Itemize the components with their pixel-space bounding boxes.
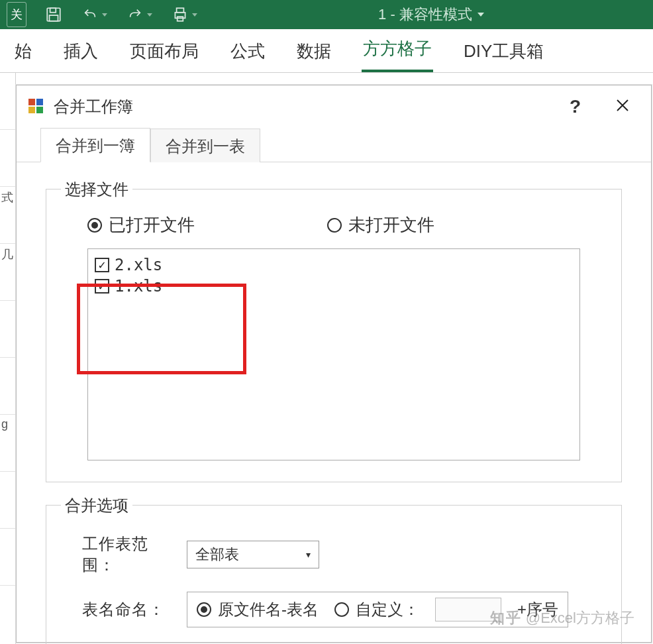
ribbon-tabs: 始 插入 页面布局 公式 数据 方方格子 DIY工具箱	[0, 29, 653, 73]
file-name: 2.xls	[115, 256, 162, 274]
tab-merge-to-workbook[interactable]: 合并到一簿	[40, 128, 150, 162]
sheet-range-row: 工作表范围： 全部表 ▾	[56, 525, 612, 584]
naming-label: 表名命名：	[82, 599, 175, 620]
file-source-radios: 已打开文件 未打开文件	[56, 209, 612, 248]
ribbon-tab-formulas[interactable]: 公式	[229, 33, 266, 72]
ribbon-tab-diy[interactable]: DIY工具箱	[462, 33, 545, 72]
group-legend: 选择文件	[61, 179, 132, 200]
select-value: 全部表	[195, 545, 239, 564]
radio-indicator-checked	[197, 602, 211, 617]
radio-naming-custom[interactable]: 自定义：	[334, 599, 419, 620]
radio-label: 自定义：	[356, 599, 419, 620]
sheet-range-label: 工作表范围：	[82, 533, 175, 576]
naming-options: 原文件名-表名 自定义： +序号	[187, 592, 568, 627]
gutter-cell: 几	[0, 244, 15, 301]
gutter-cell: g	[0, 415, 15, 472]
save-icon[interactable]	[45, 6, 62, 23]
chevron-down-icon[interactable]	[477, 11, 484, 18]
file-list[interactable]: 2.xls 1.xls	[87, 248, 580, 460]
file-list-item[interactable]: 2.xls	[95, 254, 573, 276]
gutter-cell	[0, 529, 15, 586]
radio-indicator	[327, 218, 342, 233]
ribbon-tab-pagelayout[interactable]: 页面布局	[128, 33, 200, 72]
ribbon-tab-start[interactable]: 始	[13, 33, 33, 72]
select-files-group: 选择文件 已打开文件 未打开文件 2.xls 1.xls	[46, 189, 622, 482]
gutter-cell	[0, 472, 15, 529]
close-button[interactable]: 关	[7, 2, 26, 27]
tab-merge-to-sheet[interactable]: 合并到一表	[150, 129, 260, 162]
ribbon-tab-data[interactable]: 数据	[295, 33, 332, 72]
gutter-cell	[0, 130, 15, 187]
svg-rect-2	[50, 15, 58, 21]
dialog-tabstrip: 合并到一簿 合并到一表	[17, 128, 651, 162]
svg-rect-4	[177, 17, 183, 21]
dialog-panel: 选择文件 已打开文件 未打开文件 2.xls 1.xls	[17, 162, 651, 644]
gutter-cell	[0, 301, 15, 358]
radio-indicator	[334, 602, 349, 617]
merge-workbook-dialog: 合并工作簿 ? 合并到一簿 合并到一表 选择文件 已打开文件 未打开文件	[16, 85, 652, 643]
ribbon-tab-insert[interactable]: 插入	[62, 33, 99, 72]
radio-opened-files[interactable]: 已打开文件	[87, 213, 195, 237]
gutter-cell	[0, 73, 15, 130]
file-list-item[interactable]: 1.xls	[95, 276, 573, 297]
group-legend: 合并选项	[61, 495, 132, 516]
print-icon[interactable]	[171, 6, 197, 23]
document-title: 1 - 兼容性模式	[216, 5, 646, 25]
radio-naming-original[interactable]: 原文件名-表名	[197, 599, 319, 620]
sheet-range-select[interactable]: 全部表 ▾	[187, 541, 319, 568]
naming-suffix: +序号	[517, 599, 558, 620]
file-name: 1.xls	[115, 277, 162, 295]
app-titlebar: 关 1 - 兼容性模式	[0, 0, 653, 29]
sheet-gutter: 式 几 g	[0, 73, 16, 644]
checkbox-checked[interactable]	[95, 258, 109, 272]
gutter-cell: 式	[0, 187, 15, 244]
checkbox-checked[interactable]	[95, 279, 109, 294]
radio-label: 未打开文件	[348, 213, 434, 237]
dialog-title: 合并工作簿	[54, 96, 544, 117]
ribbon-tab-fangfang[interactable]: 方方格子	[362, 30, 433, 72]
undo-icon[interactable]	[81, 7, 107, 22]
svg-rect-3	[177, 8, 184, 13]
radio-unopened-files[interactable]: 未打开文件	[327, 213, 434, 237]
svg-rect-1	[50, 8, 56, 13]
redo-icon[interactable]	[126, 7, 152, 22]
radio-label: 原文件名-表名	[218, 599, 319, 620]
dialog-header: 合并工作簿 ?	[17, 85, 651, 128]
help-button[interactable]: ?	[554, 96, 597, 117]
custom-name-input[interactable]	[435, 598, 501, 621]
dialog-app-icon	[28, 99, 44, 115]
naming-row: 表名命名： 原文件名-表名 自定义： +序号	[56, 584, 612, 635]
radio-label: 已打开文件	[109, 213, 195, 237]
chevron-down-icon: ▾	[306, 549, 311, 560]
radio-indicator-checked	[87, 218, 102, 233]
merge-options-group: 合并选项 工作表范围： 全部表 ▾ 表名命名： 原文件名-表名	[46, 505, 622, 644]
close-icon[interactable]	[606, 97, 639, 117]
gutter-cell	[0, 358, 15, 415]
